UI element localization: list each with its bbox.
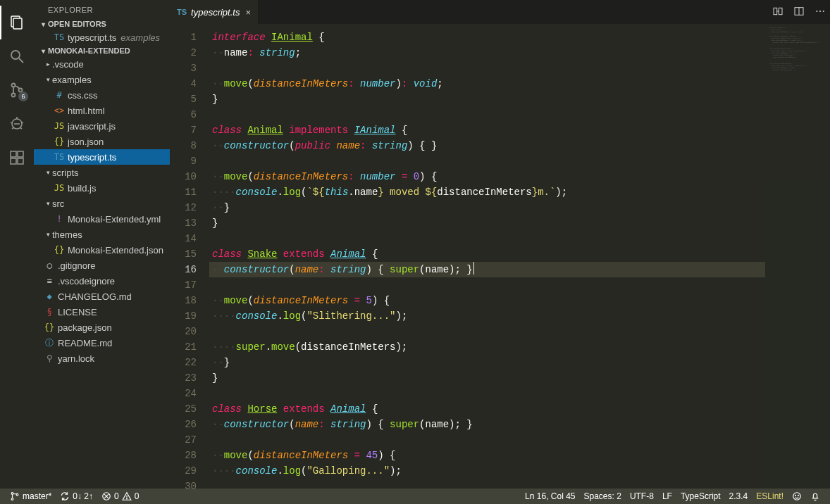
tree-folder[interactable]: ▾src xyxy=(34,196,170,211)
svg-rect-19 xyxy=(779,8,782,14)
tree-file[interactable]: §LICENSE xyxy=(34,304,170,320)
file-icon: TS xyxy=(54,32,65,42)
svg-rect-18 xyxy=(774,8,777,14)
svg-line-10 xyxy=(21,122,23,123)
file-label: css.css xyxy=(68,90,98,101)
file-icon: ≡ xyxy=(44,276,55,286)
tree-file[interactable]: TStypescript.ts xyxy=(34,149,170,165)
svg-point-25 xyxy=(11,493,13,495)
code-editor[interactable]: interface IAnimal {··name: string;··move… xyxy=(209,24,765,489)
tree-file[interactable]: ≡.vscodeignore xyxy=(34,273,170,289)
file-label: html.html xyxy=(68,106,105,116)
tree-file[interactable]: ⓘREADME.md xyxy=(34,335,170,351)
tree-folder[interactable]: ▾themes xyxy=(34,227,170,242)
folder-tree: ▸.vscode▾examples#css.css<>html.htmlJSja… xyxy=(34,56,170,366)
file-icon: JS xyxy=(54,121,65,131)
tree-file[interactable]: #css.css xyxy=(34,87,170,103)
split-editor-icon[interactable] xyxy=(793,6,805,19)
svg-point-22 xyxy=(816,10,817,11)
tab-typescript[interactable]: TS typescript.ts × xyxy=(170,0,259,24)
tree-folder[interactable]: ▾examples xyxy=(34,72,170,87)
tree-file[interactable]: {}package.json xyxy=(34,320,170,335)
svg-point-23 xyxy=(819,10,821,11)
scm-badge: 6 xyxy=(18,92,28,101)
folder-header[interactable]: ▾ MONOKAI-EXTENDED xyxy=(34,45,170,56)
tree-folder[interactable]: ▸.vscode xyxy=(34,56,170,72)
chevron-right-icon: ▸ xyxy=(44,61,52,68)
file-icon: # xyxy=(54,90,65,100)
activity-explorer[interactable] xyxy=(0,6,34,39)
status-spaces[interactable]: Spaces: 2 xyxy=(580,489,626,504)
file-icon: ◯ xyxy=(44,260,55,270)
open-editors-header[interactable]: ▾ OPEN EDITORS xyxy=(34,18,170,30)
file-label: .gitignore xyxy=(58,260,95,271)
tree-folder[interactable]: ▾scripts xyxy=(34,165,170,180)
open-editor-item[interactable]: TStypescript.tsexamples xyxy=(34,30,170,45)
file-label: package.json xyxy=(58,322,112,333)
status-ext-version[interactable]: 2.3.4 xyxy=(725,489,752,504)
file-icon: <> xyxy=(54,106,65,115)
file-detail: examples xyxy=(120,32,160,43)
status-problems[interactable]: 0 0 xyxy=(97,489,143,504)
file-label: CHANGELOG.md xyxy=(58,291,132,302)
status-bell-icon[interactable] xyxy=(806,489,824,504)
activity-extensions[interactable] xyxy=(0,141,34,175)
split-compare-icon[interactable] xyxy=(772,6,783,19)
svg-point-34 xyxy=(795,495,795,496)
svg-point-4 xyxy=(12,84,16,87)
svg-rect-14 xyxy=(11,151,16,157)
activity-bar: 6 xyxy=(0,0,34,489)
file-label: yarn.lock xyxy=(58,353,94,364)
status-eslint[interactable]: ESLint! xyxy=(752,489,788,504)
svg-point-27 xyxy=(16,493,18,496)
file-icon: ◆ xyxy=(44,291,55,301)
tab-label: typescript.ts xyxy=(191,7,240,18)
file-icon: {} xyxy=(44,322,55,332)
status-eol[interactable]: LF xyxy=(658,489,676,504)
file-icon: TS xyxy=(54,152,65,162)
file-icon: JS xyxy=(54,183,65,193)
typescript-icon: TS xyxy=(177,8,187,16)
svg-point-24 xyxy=(823,10,824,11)
activity-search[interactable] xyxy=(0,39,34,73)
svg-point-32 xyxy=(126,498,127,499)
activity-debug[interactable] xyxy=(0,107,34,141)
file-label: LICENSE xyxy=(58,307,97,317)
tree-file[interactable]: JSbuild.js xyxy=(34,180,170,196)
folder-label: themes xyxy=(52,229,82,240)
tree-file[interactable]: {}json.json xyxy=(34,134,170,149)
explorer-sidebar: EXPLORER ▾ OPEN EDITORS TStypescript.tse… xyxy=(34,0,170,489)
sidebar-title: EXPLORER xyxy=(34,0,170,18)
status-branch[interactable]: master* xyxy=(6,489,56,504)
status-encoding[interactable]: UTF-8 xyxy=(626,489,658,504)
status-lncol[interactable]: Ln 16, Col 45 xyxy=(521,489,579,504)
tab-bar: TS typescript.ts × xyxy=(170,0,830,24)
svg-line-12 xyxy=(20,127,22,129)
line-gutter[interactable]: 1234567891011121314151617181920212223242… xyxy=(170,24,209,489)
file-label: typescript.ts xyxy=(68,152,116,163)
tree-file[interactable]: {}Monokai-Extended.json xyxy=(34,242,170,258)
tree-file[interactable]: ◆CHANGELOG.md xyxy=(34,289,170,304)
svg-rect-1 xyxy=(13,18,22,29)
tree-file[interactable]: JSjavascript.js xyxy=(34,118,170,134)
file-label: typescript.ts xyxy=(68,32,116,43)
tree-file[interactable]: !Monokai-Extended.yml xyxy=(34,211,170,227)
chevron-down-icon: ▾ xyxy=(44,231,52,238)
file-icon: {} xyxy=(54,137,65,146)
folder-label: scripts xyxy=(52,168,79,178)
file-icon: § xyxy=(44,307,55,317)
activity-scm[interactable]: 6 xyxy=(0,73,34,107)
tree-file[interactable]: ⚲yarn.lock xyxy=(34,351,170,366)
status-language[interactable]: TypeScript xyxy=(676,489,725,504)
tree-file[interactable]: ◯.gitignore xyxy=(34,258,170,273)
close-icon[interactable]: × xyxy=(245,7,251,18)
tree-file[interactable]: <>html.html xyxy=(34,103,170,118)
file-label: json.json xyxy=(68,137,104,147)
chevron-down-icon: ▾ xyxy=(44,169,52,176)
minimap[interactable]: interface IAnimal { name: string; move(d… xyxy=(765,24,830,489)
status-sync[interactable]: 0↓ 2↑ xyxy=(56,489,97,504)
status-bar: master* 0↓ 2↑ 0 0 Ln 16, Col 45 Spaces: … xyxy=(0,489,830,504)
more-icon[interactable] xyxy=(814,6,826,19)
folder-label: examples xyxy=(52,75,92,85)
status-feedback-icon[interactable] xyxy=(788,489,806,504)
